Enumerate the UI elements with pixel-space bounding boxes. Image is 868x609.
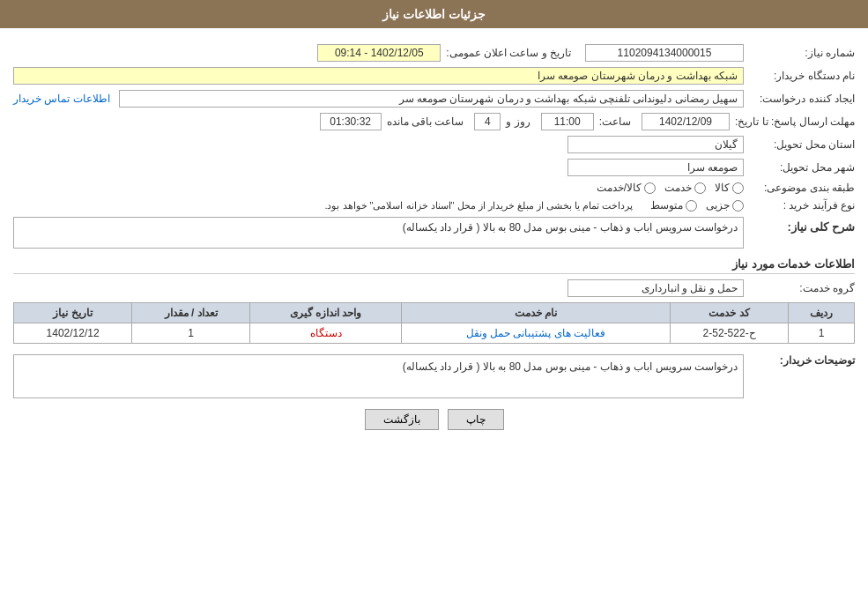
col-header-name: نام خدمت	[401, 303, 670, 323]
remaining-label: ساعت باقی مانده	[387, 115, 464, 128]
general-desc-value: درخواست سرویس اباب و ذهاب - مینی بوس مدل…	[13, 217, 744, 249]
city-label: شهر محل تحویل:	[749, 161, 855, 174]
row-unit: دستگاه	[250, 323, 402, 344]
remaining-value: 01:30:32	[320, 113, 382, 130]
col-header-quantity: تعداد / مقدار	[132, 303, 250, 323]
city-value: صومعه سرا	[568, 159, 744, 176]
col-header-row: ردیف	[789, 303, 855, 323]
need-number-value: 1102094134000015	[585, 44, 744, 62]
general-desc-label: شرح کلی نیاز:	[749, 217, 855, 234]
radio-khadamat[interactable]: خدمت	[664, 182, 706, 194]
radio-kala-khadamat[interactable]: کالا/خدمت	[597, 182, 656, 194]
row-quantity: 1	[132, 323, 250, 344]
col-header-date: تاریخ نیاز	[14, 303, 132, 323]
print-button[interactable]: چاپ	[448, 409, 504, 430]
creator-link[interactable]: اطلاعات تماس خریدار	[13, 93, 110, 105]
page-title: جزئیات اطلاعات نیاز	[382, 7, 486, 21]
send-time-label: ساعت:	[599, 115, 631, 128]
buyer-name-value: شبکه بهداشت و درمان شهرستان صومعه سرا	[13, 67, 744, 85]
service-group-value: حمل و نقل و انبارداری	[568, 279, 744, 297]
creator-label: ایجاد کننده درخواست:	[749, 93, 855, 105]
row-name: فعالیت های پشتیبانی حمل ونقل	[401, 323, 670, 344]
back-button[interactable]: بازگشت	[365, 409, 439, 430]
buyer-desc-label: توضیحات خریدار:	[749, 351, 855, 367]
send-days-label: روز و	[506, 115, 530, 128]
radio-jozi[interactable]: جزیی	[706, 199, 744, 212]
header-bar: جزئیات اطلاعات نیاز	[0, 0, 868, 28]
province-label: استان محل تحویل:	[749, 138, 855, 151]
buyer-name-label: نام دستگاه خریدار:	[749, 70, 855, 82]
radio-kala-label: کالا	[715, 182, 730, 194]
creator-value: سهیل رمضانی دلیوندانی تلفنچی شبکه بهداشت…	[119, 90, 744, 108]
radio-khadamat-label: خدمت	[664, 182, 692, 194]
send-time-value: 11:00	[541, 113, 594, 130]
category-label: طبقه بندی موضوعی:	[749, 182, 855, 194]
row-date: 1402/12/12	[14, 323, 132, 344]
radio-kala-khadamat-label: کالا/خدمت	[597, 182, 642, 194]
row-number: 1	[789, 323, 855, 344]
province-value: گیلان	[568, 136, 744, 153]
service-group-label: گروه خدمت:	[749, 282, 855, 294]
col-header-unit: واحد اندازه گیری	[250, 303, 402, 323]
announce-datetime-label: تاریخ و ساعت اعلان عمومی:	[446, 47, 571, 59]
send-date-value: 1402/12/09	[642, 113, 730, 130]
announce-date-value: 1402/12/05 - 09:14	[317, 44, 441, 62]
send-date-label: مهلت ارسال پاسخ: تا تاریخ:	[735, 115, 855, 128]
radio-motovaset[interactable]: متوسط	[650, 199, 697, 212]
table-row: 1 ح-522-52-2 فعالیت های پشتیبانی حمل ونق…	[14, 323, 855, 344]
radio-kala[interactable]: کالا	[715, 182, 744, 194]
buyer-desc-value: درخواست سرویس اباب و ذهاب - مینی بوس مدل…	[13, 354, 744, 398]
radio-jozi-label: جزیی	[706, 199, 730, 212]
radio-motovaset-label: متوسط	[650, 199, 683, 212]
services-section-title: اطلاعات خدمات مورد نیاز	[13, 257, 855, 274]
need-number-label: شماره نیاز:	[749, 47, 855, 59]
purchase-note: پرداخت تمام یا بخشی از مبلغ خریدار از مح…	[324, 200, 633, 212]
row-code: ح-522-52-2	[671, 323, 789, 344]
col-header-code: کد خدمت	[671, 303, 789, 323]
send-days-value: 4	[474, 113, 501, 130]
purchase-type-label: نوع فرآیند خرید :	[749, 199, 855, 212]
